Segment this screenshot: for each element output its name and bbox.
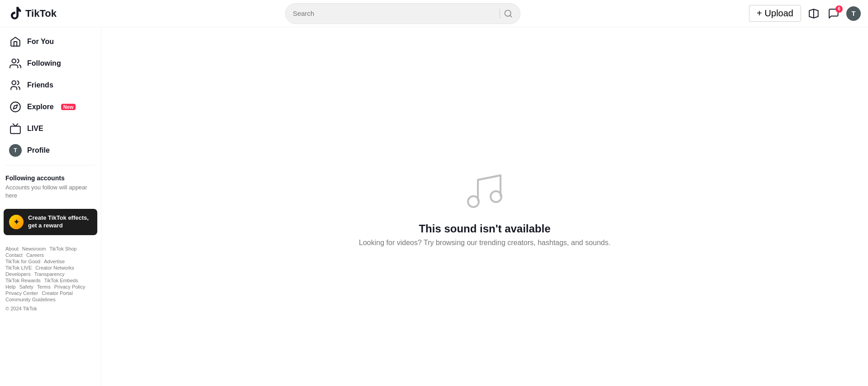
footer-link-tiktokshop[interactable]: TikTok Shop xyxy=(49,246,76,251)
explore-label: Explore xyxy=(27,103,54,111)
empty-desc: Looking for videos? Try browsing our tre… xyxy=(359,239,610,247)
explore-badge: New xyxy=(61,104,76,110)
notification-badge: 6 xyxy=(835,5,843,13)
logo-text: TikTok xyxy=(25,8,57,19)
upload-label: Upload xyxy=(765,8,793,19)
svg-line-1 xyxy=(510,15,512,17)
search-bar[interactable] xyxy=(285,3,520,24)
footer-copyright: © 2024 TikTok xyxy=(5,306,95,311)
footer-row-8: Privacy Center Creator Portal xyxy=(5,290,95,296)
footer-link-safety[interactable]: Safety xyxy=(19,284,33,290)
footer-link-tikembeds[interactable]: TikTok Embeds xyxy=(44,278,78,283)
tiktok-logo[interactable]: TikTok xyxy=(7,6,57,21)
search-input[interactable] xyxy=(293,10,496,17)
footer-link-newsroom[interactable]: Newsroom xyxy=(22,246,46,251)
footer-link-help[interactable]: Help xyxy=(5,284,16,290)
main-content: This sound isn't available Looking for v… xyxy=(101,27,868,386)
footer-link-careers[interactable]: Careers xyxy=(26,252,44,258)
footer-row-1: About Newsroom TikTok Shop xyxy=(5,246,95,251)
footer-link-about[interactable]: About xyxy=(5,246,19,251)
footer-link-tikrewards[interactable]: TikTok Rewards xyxy=(5,278,41,283)
footer-row-7: Help Safety Terms Privacy Policy xyxy=(5,284,95,290)
sidebar-item-live[interactable]: LIVE xyxy=(4,118,97,140)
following-label: Following xyxy=(27,59,61,68)
footer-row-4: TikTok LIVE Creator Networks xyxy=(5,265,95,270)
footer-link-privacy-center[interactable]: Privacy Center xyxy=(5,290,38,296)
following-accounts-title: Following accounts xyxy=(5,174,95,182)
empty-state: This sound isn't available Looking for v… xyxy=(350,148,620,265)
sidebar-nav: For You Following xyxy=(0,31,101,161)
header-actions: + Upload 6 T xyxy=(749,5,861,22)
footer-link-advertise[interactable]: Advertise xyxy=(44,259,65,264)
messages-button[interactable]: 6 xyxy=(826,6,841,21)
music-note-icon xyxy=(458,166,512,212)
empty-title: This sound isn't available xyxy=(359,222,610,235)
sidebar-item-friends[interactable]: Friends xyxy=(4,74,97,96)
footer-link-community[interactable]: Community Guidelines xyxy=(5,297,56,302)
effects-banner[interactable]: ✦ Create TikTok effects, get a reward xyxy=(4,209,97,235)
explore-icon xyxy=(9,101,22,113)
footer-link-developers[interactable]: Developers xyxy=(5,271,31,277)
user-avatar[interactable]: T xyxy=(846,6,861,21)
svg-rect-8 xyxy=(10,126,20,134)
following-icon xyxy=(9,57,22,70)
profile-avatar: T xyxy=(9,144,22,157)
footer-link-creator-portal[interactable]: Creator Portal xyxy=(42,290,72,296)
footer-row-9: Community Guidelines xyxy=(5,297,95,302)
friends-label: Friends xyxy=(27,81,53,89)
footer-row-5: Developers Transparency xyxy=(5,271,95,277)
svg-point-11 xyxy=(491,191,501,202)
footer-link-tikforgood[interactable]: TikTok for Good xyxy=(5,259,40,264)
sidebar-item-profile[interactable]: T Profile xyxy=(4,140,97,161)
footer-link-terms[interactable]: Terms xyxy=(37,284,51,290)
footer-row-2: Contact Careers xyxy=(5,252,95,258)
live-label: LIVE xyxy=(27,125,43,133)
footer-row-3: TikTok for Good Advertise xyxy=(5,259,95,264)
header: TikTok + Upload 6 T xyxy=(0,0,868,27)
svg-line-9 xyxy=(478,175,501,180)
footer-link-tiklive[interactable]: TikTok LIVE xyxy=(5,265,32,270)
svg-point-10 xyxy=(468,196,479,207)
svg-point-4 xyxy=(12,59,16,63)
effects-icon: ✦ xyxy=(9,215,24,229)
search-icon[interactable] xyxy=(504,9,513,18)
friends-icon xyxy=(9,79,22,92)
footer-link-privacy[interactable]: Privacy Policy xyxy=(54,284,85,290)
tiktok-logo-icon xyxy=(7,6,23,21)
footer-link-creator-networks[interactable]: Creator Networks xyxy=(35,265,74,270)
sidebar-item-for-you[interactable]: For You xyxy=(4,31,97,53)
upload-plus-icon: + xyxy=(757,8,762,19)
following-section: Following accounts Accounts you follow w… xyxy=(0,169,101,203)
following-accounts-desc: Accounts you follow will appear here xyxy=(5,183,95,200)
sidebar-item-following[interactable]: Following xyxy=(4,53,97,74)
footer-link-transparency[interactable]: Transparency xyxy=(34,271,65,277)
profile-label: Profile xyxy=(27,146,50,154)
upload-button[interactable]: + Upload xyxy=(749,5,801,22)
footer-link-contact[interactable]: Contact xyxy=(5,252,23,258)
sidebar: For You Following xyxy=(0,27,101,386)
for-you-label: For You xyxy=(27,38,54,46)
svg-point-6 xyxy=(10,102,20,112)
live-icon xyxy=(9,122,22,135)
inbox-button[interactable] xyxy=(806,6,821,21)
effects-text: Create TikTok effects, get a reward xyxy=(28,214,92,230)
search-divider xyxy=(500,9,500,19)
svg-point-5 xyxy=(12,81,16,85)
sidebar-item-explore[interactable]: Explore New xyxy=(4,96,97,118)
home-icon xyxy=(9,35,22,48)
footer-links: About Newsroom TikTok Shop Contact Caree… xyxy=(0,241,101,317)
inbox-icon xyxy=(808,8,820,19)
footer-row-6: TikTok Rewards TikTok Embeds xyxy=(5,278,95,283)
svg-marker-7 xyxy=(13,105,17,109)
sidebar-divider xyxy=(5,165,95,165)
